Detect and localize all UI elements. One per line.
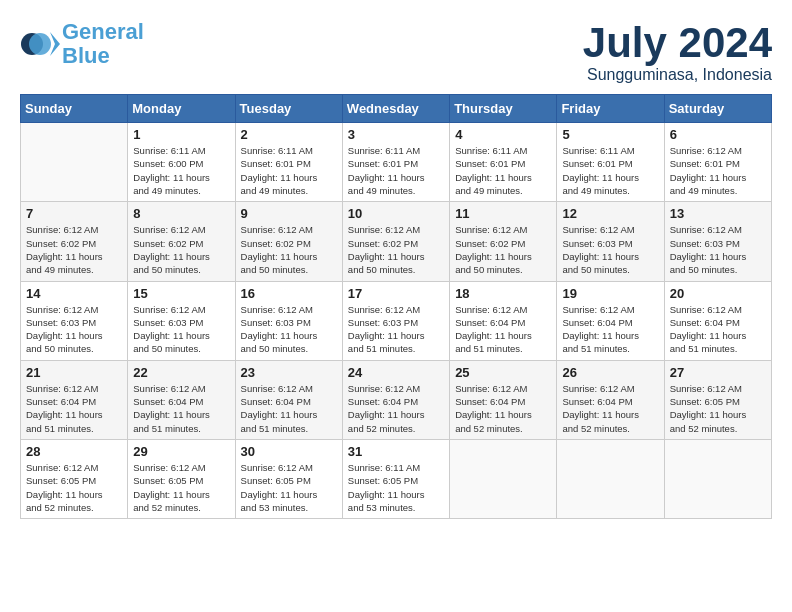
day-info: Sunrise: 6:12 AM Sunset: 6:03 PM Dayligh… xyxy=(241,303,337,356)
day-info: Sunrise: 6:12 AM Sunset: 6:03 PM Dayligh… xyxy=(26,303,122,356)
day-info: Sunrise: 6:12 AM Sunset: 6:05 PM Dayligh… xyxy=(26,461,122,514)
day-info: Sunrise: 6:12 AM Sunset: 6:04 PM Dayligh… xyxy=(26,382,122,435)
calendar-cell xyxy=(664,439,771,518)
day-info: Sunrise: 6:12 AM Sunset: 6:02 PM Dayligh… xyxy=(348,223,444,276)
page-header: GeneralBlue July 2024 Sungguminasa, Indo… xyxy=(20,20,772,84)
calendar-cell: 19Sunrise: 6:12 AM Sunset: 6:04 PM Dayli… xyxy=(557,281,664,360)
day-info: Sunrise: 6:12 AM Sunset: 6:03 PM Dayligh… xyxy=(670,223,766,276)
day-header-saturday: Saturday xyxy=(664,95,771,123)
day-number: 27 xyxy=(670,365,766,380)
calendar-cell: 2Sunrise: 6:11 AM Sunset: 6:01 PM Daylig… xyxy=(235,123,342,202)
day-info: Sunrise: 6:11 AM Sunset: 6:01 PM Dayligh… xyxy=(455,144,551,197)
svg-marker-2 xyxy=(50,32,60,56)
day-number: 9 xyxy=(241,206,337,221)
calendar-cell: 5Sunrise: 6:11 AM Sunset: 6:01 PM Daylig… xyxy=(557,123,664,202)
calendar-cell: 1Sunrise: 6:11 AM Sunset: 6:00 PM Daylig… xyxy=(128,123,235,202)
day-number: 11 xyxy=(455,206,551,221)
calendar-cell: 25Sunrise: 6:12 AM Sunset: 6:04 PM Dayli… xyxy=(450,360,557,439)
day-number: 28 xyxy=(26,444,122,459)
day-header-tuesday: Tuesday xyxy=(235,95,342,123)
calendar-cell: 16Sunrise: 6:12 AM Sunset: 6:03 PM Dayli… xyxy=(235,281,342,360)
day-info: Sunrise: 6:12 AM Sunset: 6:03 PM Dayligh… xyxy=(562,223,658,276)
day-info: Sunrise: 6:12 AM Sunset: 6:05 PM Dayligh… xyxy=(133,461,229,514)
day-info: Sunrise: 6:11 AM Sunset: 6:01 PM Dayligh… xyxy=(562,144,658,197)
day-info: Sunrise: 6:12 AM Sunset: 6:05 PM Dayligh… xyxy=(241,461,337,514)
calendar-cell: 29Sunrise: 6:12 AM Sunset: 6:05 PM Dayli… xyxy=(128,439,235,518)
calendar-cell: 17Sunrise: 6:12 AM Sunset: 6:03 PM Dayli… xyxy=(342,281,449,360)
day-info: Sunrise: 6:12 AM Sunset: 6:02 PM Dayligh… xyxy=(133,223,229,276)
day-number: 1 xyxy=(133,127,229,142)
day-number: 13 xyxy=(670,206,766,221)
day-info: Sunrise: 6:12 AM Sunset: 6:02 PM Dayligh… xyxy=(455,223,551,276)
day-header-wednesday: Wednesday xyxy=(342,95,449,123)
day-number: 30 xyxy=(241,444,337,459)
day-number: 12 xyxy=(562,206,658,221)
day-number: 26 xyxy=(562,365,658,380)
day-number: 18 xyxy=(455,286,551,301)
calendar-cell: 28Sunrise: 6:12 AM Sunset: 6:05 PM Dayli… xyxy=(21,439,128,518)
day-info: Sunrise: 6:12 AM Sunset: 6:04 PM Dayligh… xyxy=(455,382,551,435)
calendar-cell: 23Sunrise: 6:12 AM Sunset: 6:04 PM Dayli… xyxy=(235,360,342,439)
day-info: Sunrise: 6:11 AM Sunset: 6:00 PM Dayligh… xyxy=(133,144,229,197)
day-number: 23 xyxy=(241,365,337,380)
day-header-thursday: Thursday xyxy=(450,95,557,123)
day-number: 8 xyxy=(133,206,229,221)
day-number: 22 xyxy=(133,365,229,380)
day-number: 16 xyxy=(241,286,337,301)
day-info: Sunrise: 6:11 AM Sunset: 6:05 PM Dayligh… xyxy=(348,461,444,514)
calendar-cell: 11Sunrise: 6:12 AM Sunset: 6:02 PM Dayli… xyxy=(450,202,557,281)
day-number: 3 xyxy=(348,127,444,142)
day-info: Sunrise: 6:12 AM Sunset: 6:05 PM Dayligh… xyxy=(670,382,766,435)
calendar-cell xyxy=(21,123,128,202)
calendar-cell: 12Sunrise: 6:12 AM Sunset: 6:03 PM Dayli… xyxy=(557,202,664,281)
day-info: Sunrise: 6:11 AM Sunset: 6:01 PM Dayligh… xyxy=(241,144,337,197)
calendar-cell: 3Sunrise: 6:11 AM Sunset: 6:01 PM Daylig… xyxy=(342,123,449,202)
day-number: 17 xyxy=(348,286,444,301)
day-info: Sunrise: 6:12 AM Sunset: 6:01 PM Dayligh… xyxy=(670,144,766,197)
day-info: Sunrise: 6:11 AM Sunset: 6:01 PM Dayligh… xyxy=(348,144,444,197)
day-info: Sunrise: 6:12 AM Sunset: 6:03 PM Dayligh… xyxy=(348,303,444,356)
calendar-cell: 21Sunrise: 6:12 AM Sunset: 6:04 PM Dayli… xyxy=(21,360,128,439)
day-number: 2 xyxy=(241,127,337,142)
day-header-friday: Friday xyxy=(557,95,664,123)
calendar-cell xyxy=(450,439,557,518)
calendar-cell: 31Sunrise: 6:11 AM Sunset: 6:05 PM Dayli… xyxy=(342,439,449,518)
calendar-cell: 27Sunrise: 6:12 AM Sunset: 6:05 PM Dayli… xyxy=(664,360,771,439)
day-number: 15 xyxy=(133,286,229,301)
day-info: Sunrise: 6:12 AM Sunset: 6:03 PM Dayligh… xyxy=(133,303,229,356)
calendar-cell: 10Sunrise: 6:12 AM Sunset: 6:02 PM Dayli… xyxy=(342,202,449,281)
location-subtitle: Sungguminasa, Indonesia xyxy=(583,66,772,84)
day-number: 21 xyxy=(26,365,122,380)
day-info: Sunrise: 6:12 AM Sunset: 6:04 PM Dayligh… xyxy=(562,303,658,356)
calendar-cell: 26Sunrise: 6:12 AM Sunset: 6:04 PM Dayli… xyxy=(557,360,664,439)
svg-point-1 xyxy=(29,33,51,55)
day-number: 4 xyxy=(455,127,551,142)
day-info: Sunrise: 6:12 AM Sunset: 6:04 PM Dayligh… xyxy=(133,382,229,435)
calendar-cell: 7Sunrise: 6:12 AM Sunset: 6:02 PM Daylig… xyxy=(21,202,128,281)
day-info: Sunrise: 6:12 AM Sunset: 6:04 PM Dayligh… xyxy=(241,382,337,435)
day-number: 29 xyxy=(133,444,229,459)
day-info: Sunrise: 6:12 AM Sunset: 6:02 PM Dayligh… xyxy=(241,223,337,276)
day-number: 14 xyxy=(26,286,122,301)
calendar-cell: 13Sunrise: 6:12 AM Sunset: 6:03 PM Dayli… xyxy=(664,202,771,281)
calendar-cell xyxy=(557,439,664,518)
calendar-cell: 8Sunrise: 6:12 AM Sunset: 6:02 PM Daylig… xyxy=(128,202,235,281)
calendar-cell: 6Sunrise: 6:12 AM Sunset: 6:01 PM Daylig… xyxy=(664,123,771,202)
calendar-cell: 20Sunrise: 6:12 AM Sunset: 6:04 PM Dayli… xyxy=(664,281,771,360)
calendar-cell: 15Sunrise: 6:12 AM Sunset: 6:03 PM Dayli… xyxy=(128,281,235,360)
calendar-cell: 9Sunrise: 6:12 AM Sunset: 6:02 PM Daylig… xyxy=(235,202,342,281)
day-number: 7 xyxy=(26,206,122,221)
day-number: 5 xyxy=(562,127,658,142)
day-header-monday: Monday xyxy=(128,95,235,123)
day-number: 20 xyxy=(670,286,766,301)
day-info: Sunrise: 6:12 AM Sunset: 6:04 PM Dayligh… xyxy=(670,303,766,356)
day-info: Sunrise: 6:12 AM Sunset: 6:04 PM Dayligh… xyxy=(562,382,658,435)
title-area: July 2024 Sungguminasa, Indonesia xyxy=(583,20,772,84)
day-number: 19 xyxy=(562,286,658,301)
calendar-table: SundayMondayTuesdayWednesdayThursdayFrid… xyxy=(20,94,772,519)
calendar-cell: 4Sunrise: 6:11 AM Sunset: 6:01 PM Daylig… xyxy=(450,123,557,202)
day-number: 31 xyxy=(348,444,444,459)
calendar-cell: 24Sunrise: 6:12 AM Sunset: 6:04 PM Dayli… xyxy=(342,360,449,439)
day-number: 10 xyxy=(348,206,444,221)
day-number: 25 xyxy=(455,365,551,380)
